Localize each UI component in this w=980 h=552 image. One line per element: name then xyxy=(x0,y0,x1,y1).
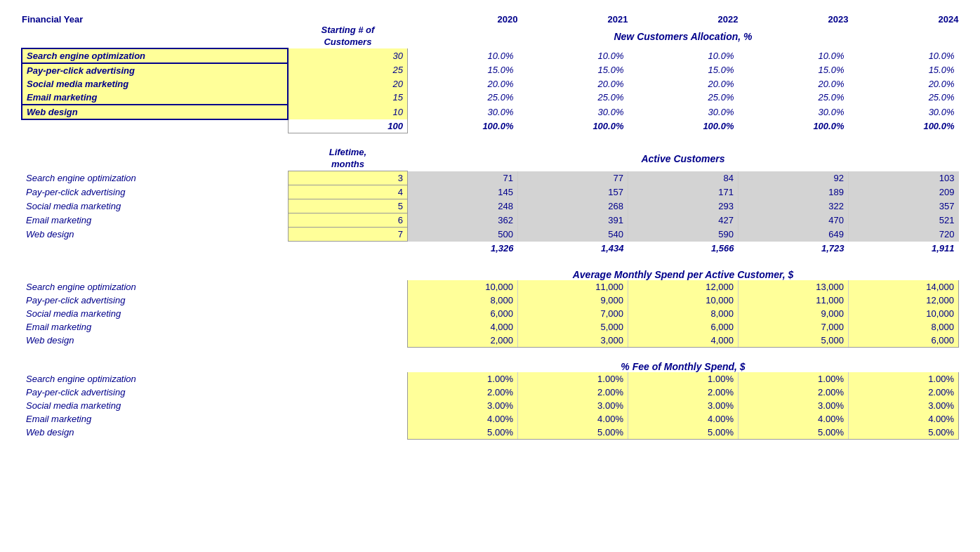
s4-v2-0: 3.00% xyxy=(407,399,517,412)
s4-row-3: Email marketing 4.00% 4.00% 4.00% 4.00% … xyxy=(22,412,959,426)
s3-v4-1: 3,000 xyxy=(517,334,628,348)
s3-empty-label xyxy=(22,269,288,280)
year-2024: 2024 xyxy=(848,14,958,25)
s1-v0-2: 10.0% xyxy=(628,48,738,63)
s1-row-1: Pay-per-click advertising 25 15.0% 15.0%… xyxy=(22,63,959,77)
s1-v0-3: 10.0% xyxy=(738,48,848,63)
s2-v3-3: 470 xyxy=(738,213,848,228)
s3-v3-1: 5,000 xyxy=(517,320,628,334)
s3-section-header: Average Monthly Spend per Active Custome… xyxy=(407,269,958,280)
s2-v0-3: 92 xyxy=(738,171,848,185)
s4-empty-1 xyxy=(288,386,407,399)
s1-start-0: 30 xyxy=(288,48,407,63)
s4-v3-1: 4.00% xyxy=(517,412,628,426)
s3-label-1: Pay-per-click advertising xyxy=(22,294,288,307)
s2-v0-1: 77 xyxy=(517,171,628,185)
s2-v2-1: 268 xyxy=(517,199,628,213)
s3-v1-2: 10,000 xyxy=(628,294,738,307)
s3-v2-4: 10,000 xyxy=(848,307,958,320)
s1-v2-4: 20.0% xyxy=(848,77,958,91)
s2-row-2: Social media marketing 5 248 268 293 322… xyxy=(22,199,959,213)
s1-total-0: 100.0% xyxy=(407,119,517,133)
s2-section-header: Active Customers xyxy=(407,147,958,171)
s2-v3-4: 521 xyxy=(848,213,958,228)
s1-start-1: 25 xyxy=(288,63,407,77)
s4-v3-3: 4.00% xyxy=(738,412,848,426)
s1-label-1: Pay-per-click advertising xyxy=(22,63,288,77)
s4-v0-3: 1.00% xyxy=(738,372,848,386)
s2-v2-2: 293 xyxy=(628,199,738,213)
s2-v4-2: 590 xyxy=(628,228,738,242)
s2-row-3: Email marketing 6 362 391 427 470 521 xyxy=(22,213,959,228)
s3-row-2: Social media marketing 6,000 7,000 8,000… xyxy=(22,307,959,320)
s1-v4-0: 30.0% xyxy=(407,105,517,119)
s1-v0-0: 10.0% xyxy=(407,48,517,63)
s4-v1-0: 2.00% xyxy=(407,386,517,399)
s3-v4-2: 4,000 xyxy=(628,334,738,348)
s1-total-start: 100 xyxy=(288,119,407,133)
section1-header-row: Starting # ofCustomers New Customers All… xyxy=(22,25,959,48)
s2-label-2: Social media marketing xyxy=(22,199,288,213)
s4-empty-col xyxy=(288,361,407,372)
s4-v1-1: 2.00% xyxy=(517,386,628,399)
s1-v1-4: 15.0% xyxy=(848,63,958,77)
s1-label-3: Email marketing xyxy=(22,91,288,105)
s2-v1-3: 189 xyxy=(738,185,848,199)
spacer-3 xyxy=(22,347,959,361)
s3-v3-4: 8,000 xyxy=(848,320,958,334)
s1-start-2: 20 xyxy=(288,77,407,91)
s3-v4-0: 2,000 xyxy=(407,334,517,348)
s3-v1-4: 12,000 xyxy=(848,294,958,307)
s3-v0-3: 13,000 xyxy=(738,280,848,294)
s2-v4-0: 500 xyxy=(407,228,517,242)
s1-v3-4: 25.0% xyxy=(848,91,958,105)
s2-row-0: Search engine optimization 3 71 77 84 92… xyxy=(22,171,959,185)
s1-v3-1: 25.0% xyxy=(517,91,628,105)
s3-v1-1: 9,000 xyxy=(517,294,628,307)
s2-lifetime-3: 6 xyxy=(288,213,407,228)
s1-v4-4: 30.0% xyxy=(848,105,958,119)
s4-section-header: % Fee of Monthly Spend, $ xyxy=(407,361,958,372)
s1-row-0: Search engine optimization 30 10.0% 10.0… xyxy=(22,48,959,63)
s4-v2-4: 3.00% xyxy=(848,399,958,412)
s2-v0-0: 71 xyxy=(407,171,517,185)
s4-v4-0: 5.00% xyxy=(407,426,517,440)
s4-v4-3: 5.00% xyxy=(738,426,848,440)
s4-label-0: Search engine optimization xyxy=(22,372,288,386)
s2-label-0: Search engine optimization xyxy=(22,171,288,185)
s4-v0-4: 1.00% xyxy=(848,372,958,386)
s2-v3-1: 391 xyxy=(517,213,628,228)
s2-row-1: Pay-per-click advertising 4 145 157 171 … xyxy=(22,185,959,199)
s2-label-1: Pay-per-click advertising xyxy=(22,185,288,199)
s2-v3-2: 427 xyxy=(628,213,738,228)
s4-v4-2: 5.00% xyxy=(628,426,738,440)
s3-label-0: Search engine optimization xyxy=(22,280,288,294)
s4-v1-3: 2.00% xyxy=(738,386,848,399)
s4-v2-2: 3.00% xyxy=(628,399,738,412)
s2-v4-3: 649 xyxy=(738,228,848,242)
s2-v1-1: 157 xyxy=(517,185,628,199)
s2-label-4: Web design xyxy=(22,228,288,242)
s2-v2-3: 322 xyxy=(738,199,848,213)
s1-label-2: Social media marketing xyxy=(22,77,288,91)
year-2022: 2022 xyxy=(628,14,738,25)
s3-v3-2: 6,000 xyxy=(628,320,738,334)
year-2020: 2020 xyxy=(407,14,517,25)
s4-row-4: Web design 5.00% 5.00% 5.00% 5.00% 5.00% xyxy=(22,426,959,440)
s1-v2-2: 20.0% xyxy=(628,77,738,91)
s3-v2-3: 9,000 xyxy=(738,307,848,320)
s4-row-0: Search engine optimization 1.00% 1.00% 1… xyxy=(22,372,959,386)
s1-v4-3: 30.0% xyxy=(738,105,848,119)
spacer-1 xyxy=(22,133,959,147)
s4-empty-3 xyxy=(288,412,407,426)
s2-total-3: 1,723 xyxy=(738,242,848,255)
s1-label-4: Web design xyxy=(22,105,288,119)
s3-empty-col xyxy=(288,269,407,280)
s1-v0-4: 10.0% xyxy=(848,48,958,63)
s2-total-row: 1,326 1,434 1,566 1,723 1,911 xyxy=(22,242,959,255)
s1-v1-2: 15.0% xyxy=(628,63,738,77)
year-2021: 2021 xyxy=(517,14,628,25)
s2-total-empty xyxy=(22,242,288,255)
s3-v2-1: 7,000 xyxy=(517,307,628,320)
s1-total-empty xyxy=(22,119,288,133)
